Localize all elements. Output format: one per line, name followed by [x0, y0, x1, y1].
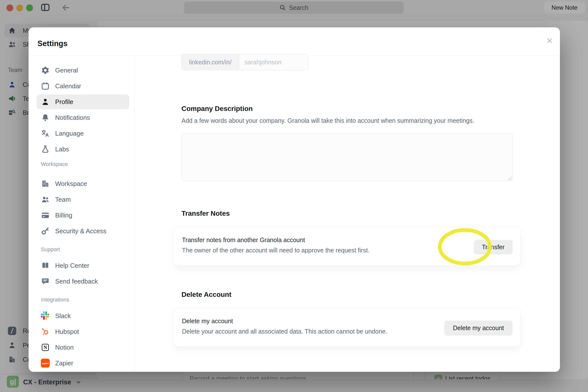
delete-account-heading: Delete Account [182, 291, 231, 298]
settings-nav-send-feedback[interactable]: Send feedback [36, 274, 129, 289]
settings-section-workspace: Workspace [41, 161, 68, 168]
linkedin-username-input[interactable] [239, 54, 308, 70]
delete-account-title: Delete my account [182, 318, 233, 325]
zapier-icon: zapier [41, 359, 50, 368]
transfer-notes-heading: Transfer Notes [182, 210, 230, 218]
transfer-button[interactable]: Transfer [474, 240, 513, 254]
company-description-subtext: Add a few words about your company. Gran… [182, 117, 474, 124]
company-description-heading: Company Description [182, 105, 253, 113]
settings-nav-general[interactable]: General [36, 63, 129, 78]
settings-modal: Settings General Calendar Profile Notifi… [28, 27, 560, 372]
settings-nav-slack[interactable]: Slack [36, 308, 129, 323]
delete-account-card: Delete my account Delete your account an… [173, 308, 521, 347]
building-icon [41, 179, 50, 188]
flask-icon [41, 145, 50, 154]
transfer-notes-subtitle: The owner of the other account will need… [182, 247, 370, 254]
delete-account-subtitle: Delete your account and all associated d… [182, 328, 387, 335]
notion-icon: N [41, 343, 50, 352]
svg-text:zapier: zapier [42, 362, 49, 365]
person-icon [41, 98, 50, 106]
settings-nav-team[interactable]: Team [36, 192, 129, 207]
book-icon [41, 261, 50, 270]
settings-nav-profile[interactable]: Profile [36, 94, 129, 109]
bell-icon [41, 113, 50, 122]
settings-nav-zapier[interactable]: zapier Zapier [36, 356, 129, 370]
settings-nav-labs[interactable]: Labs [36, 142, 129, 156]
modal-nav-divider [134, 56, 134, 372]
settings-nav-calendar[interactable]: Calendar [36, 79, 129, 94]
gear-icon [41, 66, 50, 75]
linkedin-url-prefix: linkedin.com/in/ [182, 54, 239, 70]
language-icon [41, 129, 50, 138]
feedback-icon [41, 277, 50, 286]
modal-title: Settings [37, 39, 67, 48]
settings-nav-notifications[interactable]: Notifications [36, 110, 129, 125]
card-icon [41, 211, 50, 220]
settings-nav-help-center[interactable]: Help Center [36, 258, 129, 273]
settings-nav-billing[interactable]: Billing [36, 208, 129, 223]
settings-section-integrations: Integrations [41, 296, 69, 303]
delete-account-button[interactable]: Delete my account [444, 320, 513, 336]
company-description-textarea[interactable] [182, 134, 513, 181]
key-icon [41, 226, 50, 236]
settings-nav-notion[interactable]: N Notion [36, 340, 129, 355]
close-icon[interactable] [545, 36, 555, 46]
slack-icon [41, 312, 50, 320]
app-screen: Search New Note My Sh Team Cu Te Br Re [0, 0, 588, 392]
calendar-icon [41, 82, 50, 90]
settings-section-support: Support [41, 246, 60, 253]
transfer-notes-card: Transfer notes from another Granola acco… [173, 227, 521, 266]
settings-nav-language[interactable]: Language [36, 126, 129, 141]
settings-nav-workspace[interactable]: Workspace [36, 176, 129, 191]
settings-nav-hubspot[interactable]: Hubspot [36, 324, 129, 339]
transfer-notes-title: Transfer notes from another Granola acco… [182, 236, 305, 244]
svg-text:N: N [44, 345, 47, 350]
team-icon [41, 195, 50, 204]
hubspot-icon [41, 327, 50, 336]
settings-nav-security-access[interactable]: Security & Access [36, 224, 129, 238]
